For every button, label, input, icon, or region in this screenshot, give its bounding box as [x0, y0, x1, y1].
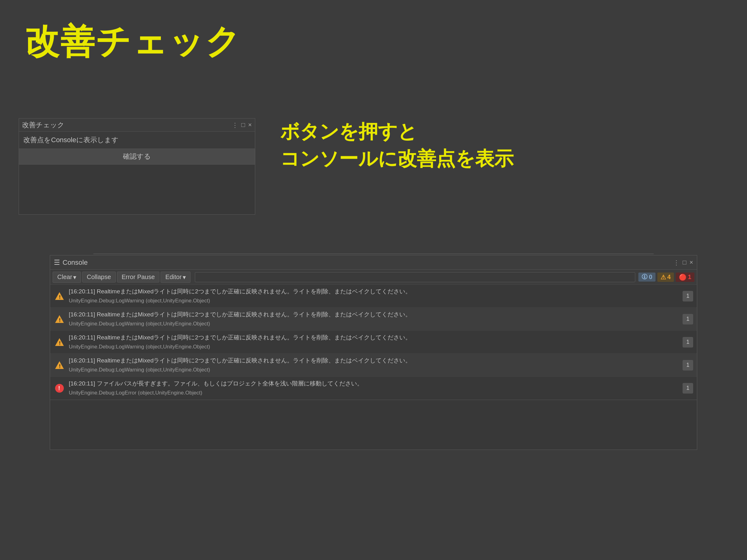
error-pause-button[interactable]: Error Pause [117, 272, 160, 283]
log-count: 1 [682, 314, 693, 324]
editor-button[interactable]: Editor ▾ [161, 272, 190, 283]
info-icon: 🛈 [642, 273, 648, 281]
log-text: [16:20:11] RealtimeまたはMixedライトは同時に2つまでしか… [69, 310, 679, 328]
log-count: 1 [682, 337, 693, 348]
warning-log-icon: ! [54, 337, 65, 348]
right-description: ボタンを押すと コンソールに改善点を表示 [280, 118, 514, 172]
inspector-panel: 改善チェック ⋮ □ × 改善点をConsoleに表示します 確認する [19, 118, 255, 215]
log-row[interactable]: ![16:20:11] ファイルパスが長すぎます。ファイル、もしくはプロジェクト… [50, 377, 697, 400]
log-row[interactable]: ![16:20:11] RealtimeまたはMixedライトは同時に2つまでし… [50, 308, 697, 331]
info-count: 0 [649, 273, 652, 281]
error-icon: 🔴 [679, 273, 687, 281]
log-text: [16:20:11] RealtimeまたはMixedライトは同時に2つまでしか… [69, 287, 679, 305]
warning-log-icon: ! [54, 359, 65, 371]
page-title: 改善チェック [25, 19, 241, 65]
inspector-title: 改善チェック [22, 121, 65, 130]
log-count: 1 [682, 383, 693, 394]
console-maximize-icon[interactable]: □ [682, 259, 686, 266]
collapse-button[interactable]: Collapse [82, 272, 116, 283]
log-count: 1 [682, 360, 693, 371]
svg-text:!: ! [58, 385, 60, 391]
log-text: [16:20:11] RealtimeまたはMixedライトは同時に2つまでしか… [69, 333, 679, 351]
svg-text:!: ! [59, 364, 61, 369]
warning-log-icon: ! [54, 314, 65, 325]
log-text: [16:20:11] RealtimeまたはMixedライトは同時に2つまでしか… [69, 356, 679, 374]
warning-log-icon: ! [54, 291, 65, 302]
inspector-menu-icon[interactable]: ⋮ [232, 121, 238, 129]
console-title-icons: ⋮ □ × [673, 259, 693, 266]
inspector-titlebar-icons: ⋮ □ × [232, 121, 252, 129]
console-log-area: ![16:20:11] RealtimeまたはMixedライトは同時に2つまでし… [50, 285, 697, 400]
log-row[interactable]: ![16:20:11] RealtimeまたはMixedライトは同時に2つまでし… [50, 331, 697, 354]
inspector-subtitle: 改善点をConsoleに表示します [19, 132, 255, 149]
warning-icon: ⚠ [661, 273, 666, 281]
log-text: [16:20:11] ファイルパスが長すぎます。ファイル、もしくはプロジェクト全… [69, 379, 679, 397]
inspector-close-icon[interactable]: × [248, 121, 252, 129]
confirm-button[interactable]: 確認する [19, 149, 255, 165]
svg-text:!: ! [59, 318, 61, 323]
console-title: Console [62, 259, 88, 267]
console-toolbar: Clear ▾ Collapse Error Pause Editor ▾ 🛈 … [50, 270, 697, 285]
warning-badge[interactable]: ⚠ 4 [658, 272, 674, 282]
right-desc-line1: ボタンを押すと [280, 118, 514, 145]
console-title-left: ☰ Console [54, 259, 88, 267]
svg-text:!: ! [59, 295, 61, 300]
svg-text:!: ! [59, 341, 61, 346]
console-titlebar: ☰ Console ⋮ □ × [50, 256, 697, 270]
console-search-input[interactable] [195, 272, 635, 282]
log-row[interactable]: ![16:20:11] RealtimeまたはMixedライトは同時に2つまでし… [50, 285, 697, 308]
warning-count: 4 [667, 273, 671, 281]
console-panel: ☰ Console ⋮ □ × Clear ▾ Collapse Error P… [50, 255, 697, 450]
log-row[interactable]: ![16:20:11] RealtimeまたはMixedライトは同時に2つまでし… [50, 354, 697, 377]
console-bottom [50, 400, 697, 450]
console-menu-icon[interactable]: ⋮ [673, 259, 679, 266]
error-badge[interactable]: 🔴 1 [676, 272, 694, 282]
editor-dropdown-icon: ▾ [183, 273, 186, 281]
info-badge[interactable]: 🛈 0 [638, 272, 655, 282]
right-desc-line2: コンソールに改善点を表示 [280, 145, 514, 172]
log-count: 1 [682, 291, 693, 301]
clear-button[interactable]: Clear ▾ [53, 272, 81, 283]
console-badges: 🛈 0 ⚠ 4 🔴 1 [638, 272, 694, 282]
console-close-icon[interactable]: × [689, 259, 693, 266]
clear-dropdown-icon: ▾ [73, 273, 76, 281]
console-list-icon: ☰ [54, 259, 60, 267]
error-count: 1 [688, 273, 691, 281]
error-log-icon: ! [54, 383, 65, 394]
inspector-body [19, 165, 255, 214]
inspector-titlebar: 改善チェック ⋮ □ × [19, 118, 255, 132]
divider [93, 254, 654, 254]
inspector-maximize-icon[interactable]: □ [241, 121, 245, 129]
